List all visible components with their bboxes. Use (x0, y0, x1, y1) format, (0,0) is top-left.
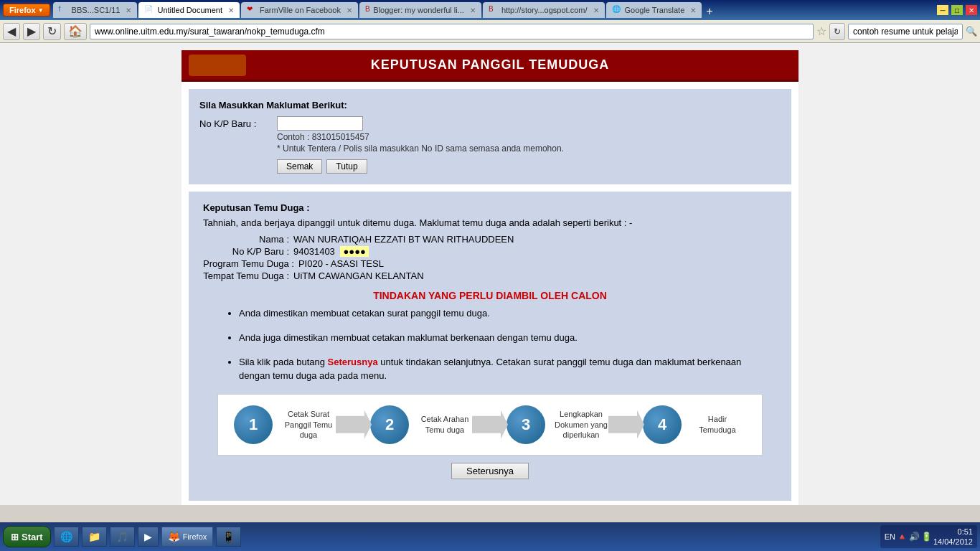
clock-date: 14/04/2012 (933, 537, 973, 547)
tab-close-bbs[interactable]: ✕ (126, 6, 131, 14)
tab-label-translate: Google Translate (625, 6, 685, 14)
new-tab-button[interactable]: + (703, 5, 715, 18)
browser-chrome: Firefox ▼ f BBS...SC1/11 ✕ 📄 Untitled Do… (0, 0, 980, 505)
windows-icon: ⊞ (11, 532, 19, 542)
tab-story[interactable]: B http://story...ogspot.com/ ✕ (483, 2, 605, 18)
firefox-arrow-icon: ▼ (38, 7, 44, 14)
result-nama-row: Nama : WAN NURATIQAH EZZATI BT WAN RITHA… (203, 234, 777, 245)
step-3-circle: 3 (507, 405, 545, 444)
taskbar: ⊞ Start 🌐 📁 🎵 ▶ 🦊 Firefox 📱 EN 🔺 🔊 🔋 0:5… (0, 522, 980, 551)
step-arrow-2 (472, 410, 508, 439)
media-icon: 🎵 (116, 531, 128, 542)
tab-label-untitled: Untitled Document (157, 6, 222, 14)
browser-tabs: f BBS...SC1/11 ✕ 📄 Untitled Document ✕ ❤… (53, 2, 937, 18)
volume-icon: 🔊 (909, 532, 920, 542)
tab-close-untitled[interactable]: ✕ (228, 6, 234, 14)
refresh-button[interactable]: ↻ (43, 23, 61, 40)
refresh-icon[interactable]: ↻ (829, 23, 845, 40)
result-tempat-row: Tempat Temu Duga : UiTM CAWANGAN KELANTA… (203, 270, 777, 281)
tutup-button[interactable]: Tutup (326, 159, 367, 174)
tab-close-farmville[interactable]: ✕ (347, 6, 352, 14)
tab-favicon-untitled: 📄 (144, 5, 154, 15)
step-2-label: Cetak Arahan Temu duga (416, 414, 473, 435)
nokp-row: No K/P Baru : (199, 116, 781, 131)
back-button[interactable]: ◀ (3, 23, 20, 40)
step-arrow-1 (336, 410, 372, 439)
page-title: KEPUTUSAN PANGGIL TEMUDUGA (371, 57, 609, 72)
tab-label-farmville: FarmVille on Facebook (260, 6, 341, 14)
step-4-label: Hadir Temuduga (689, 414, 746, 435)
start-button[interactable]: ⊞ Start (3, 526, 51, 547)
result-program-row: Program Temu Duga : PI020 - ASASI TESL (203, 258, 777, 269)
submit-button[interactable]: Seterusnya (451, 463, 529, 479)
tab-farmville[interactable]: ❤ FarmVille on Facebook ✕ (241, 2, 358, 18)
taskbar-item-video[interactable]: ▶ (138, 527, 159, 547)
result-title: Keputusan Temu Duga : (203, 202, 777, 213)
tab-favicon-bbs: f (59, 5, 69, 15)
taskbar-item-celcom[interactable]: 📱 (216, 527, 241, 547)
action-item-1: Anda dimestikan membuat cetakan surat pa… (239, 307, 763, 320)
title-bar-left: Firefox ▼ (3, 4, 50, 17)
network-icon: 🔺 (897, 532, 908, 542)
seterusnya-link[interactable]: Seterusnya (328, 357, 378, 367)
action-item-3: Sila klik pada butang Seterusnya untuk t… (239, 356, 763, 382)
tab-blogger1[interactable]: B Blogger: my wonderful li... ✕ (359, 2, 481, 18)
page-header: KEPUTUSAN PANGGIL TEMUDUGA (182, 50, 798, 82)
taskbar-item-firefox[interactable]: 🦊 Firefox (161, 527, 214, 547)
tab-translate[interactable]: 🌐 Google Translate ✕ (606, 2, 702, 18)
result-program-label: Program Temu Duga : (203, 258, 294, 269)
semak-button[interactable]: Semak (277, 159, 322, 174)
tab-label-bbs: BBS...SC1/11 (72, 6, 121, 14)
result-nokp-label: No K/P Baru : (203, 246, 289, 257)
minimize-button[interactable]: ─ (937, 5, 948, 15)
actions-list: Anda dimestikan membuat cetakan surat pa… (217, 307, 763, 382)
lang-indicator: EN (885, 532, 895, 541)
navigation-bar: ◀ ▶ ↻ 🏠 ☆ ↻ 🔍 (0, 20, 980, 43)
ie-icon: 🌐 (60, 531, 72, 542)
home-button[interactable]: 🏠 (64, 23, 87, 40)
maximize-button[interactable]: □ (951, 5, 963, 15)
tab-label-blogger1: Blogger: my wonderful li... (373, 6, 464, 14)
step-arrow-3 (608, 410, 644, 439)
tab-favicon-farmville: ❤ (247, 5, 257, 15)
nokp-label: No K/P Baru : (199, 118, 271, 129)
system-tray: EN 🔺 🔊 🔋 0:51 14/04/2012 (880, 525, 977, 549)
tab-bbs[interactable]: f BBS...SC1/11 ✕ (53, 2, 138, 18)
taskbar-item-ie[interactable]: 🌐 (54, 527, 79, 547)
search-input[interactable] (848, 24, 963, 39)
result-nama-label: Nama : (203, 234, 289, 245)
taskbar-item-explorer[interactable]: 📁 (82, 527, 107, 547)
tab-label-story: http://story...ogspot.com/ (501, 6, 588, 14)
actions-title: TINDAKAN YANG PERLU DIAMBIL OLEH CALON (203, 290, 777, 301)
steps-diagram: 1 Cetak Surat Panggil Temu duga 2 Cetak … (217, 394, 763, 456)
window-controls: ─ □ ✕ (937, 5, 977, 15)
tab-close-translate[interactable]: ✕ (690, 6, 696, 14)
close-button[interactable]: ✕ (966, 5, 977, 15)
step-3-group: 3 Lengkapkan Dokumen yang diperlukan (507, 405, 610, 444)
search-icon[interactable]: 🔍 (966, 26, 977, 37)
celcom-icon: 📱 (222, 531, 235, 542)
firefox-taskbar-icon: 🦊 (168, 531, 180, 542)
step-4-group: 4 Hadir Temuduga (643, 405, 746, 444)
result-section: Keputusan Temu Duga : Tahniah, anda berj… (189, 192, 791, 501)
result-nokp-row: No K/P Baru : 94031403 ●●●● (203, 246, 777, 257)
step-1-circle: 1 (234, 405, 273, 444)
tab-close-blogger1[interactable]: ✕ (470, 6, 476, 14)
step-2-group: 2 Cetak Arahan Temu duga (370, 405, 473, 444)
form-buttons: Semak Tutup (277, 159, 781, 174)
result-grid: Nama : WAN NURATIQAH EZZATI BT WAN RITHA… (203, 234, 777, 281)
taskbar-item-media[interactable]: 🎵 (110, 527, 135, 547)
firefox-button[interactable]: Firefox ▼ (3, 4, 50, 17)
tab-favicon-translate: 🌐 (612, 5, 622, 15)
result-tempat-value: UiTM CAWANGAN KELANTAN (293, 270, 424, 281)
tab-favicon-blogger1: B (365, 5, 370, 15)
address-bar[interactable] (90, 24, 814, 39)
step-4-circle: 4 (643, 405, 682, 444)
tab-close-story[interactable]: ✕ (593, 6, 599, 14)
explorer-icon: 📁 (88, 531, 100, 542)
tab-untitled[interactable]: 📄 Untitled Document ✕ (138, 2, 240, 18)
result-program-value: PI020 - ASASI TESL (298, 258, 384, 269)
forward-button[interactable]: ▶ (23, 23, 40, 40)
bookmark-star-icon[interactable]: ☆ (816, 24, 826, 38)
nokp-input[interactable] (277, 116, 363, 131)
